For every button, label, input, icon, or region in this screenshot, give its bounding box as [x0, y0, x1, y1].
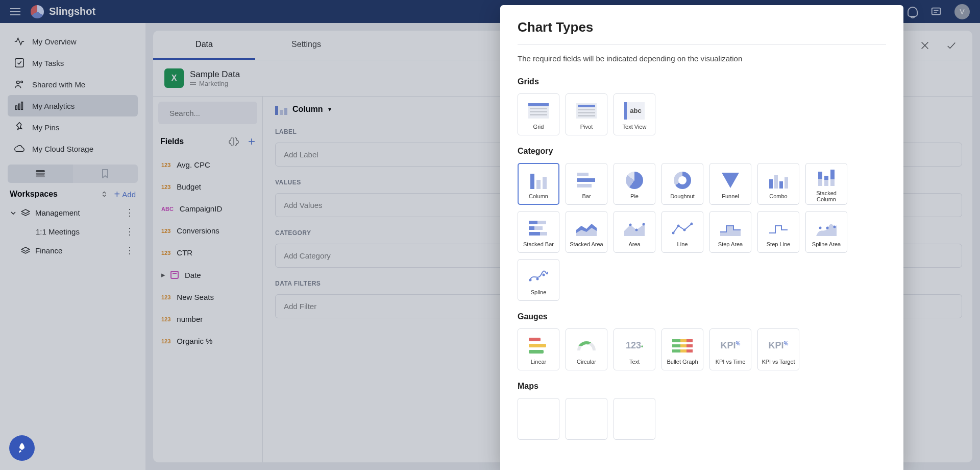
group-maps: Maps [518, 382, 882, 391]
chart-stacked-column[interactable]: Stacked Column [805, 163, 847, 205]
svg-point-15 [643, 223, 645, 225]
chart-stacked-bar[interactable]: Stacked Bar [518, 211, 559, 253]
rocket-icon [16, 442, 28, 454]
modal-title: Chart Types [518, 19, 886, 35]
chart-map-2[interactable] [566, 398, 607, 440]
chart-linear[interactable]: Linear [518, 328, 559, 370]
chart-step-line[interactable]: Step Line [757, 211, 799, 253]
chart-text-view[interactable]: abc Text View [614, 93, 655, 135]
chart-bullet[interactable]: Bullet Graph [662, 328, 703, 370]
chart-circular[interactable]: Circular [566, 328, 607, 370]
chart-combo[interactable]: Combo [757, 163, 799, 205]
chart-map-1[interactable] [518, 398, 559, 440]
chart-kpi-target[interactable]: KPI% KPI vs Target [757, 328, 799, 370]
svg-point-20 [819, 226, 822, 229]
svg-point-14 [635, 228, 638, 231]
chart-stacked-area[interactable]: Stacked Area [566, 211, 607, 253]
group-gauges: Gauges [518, 312, 882, 321]
group-category: Category [518, 147, 882, 156]
chart-funnel[interactable]: Funnel [709, 163, 751, 205]
chart-bar[interactable]: Bar [566, 163, 607, 205]
svg-point-17 [677, 224, 680, 227]
svg-point-22 [834, 225, 836, 228]
svg-point-25 [543, 273, 545, 276]
svg-point-13 [629, 223, 632, 226]
chart-map-3[interactable] [614, 398, 655, 440]
chart-spline[interactable]: Spline [518, 259, 559, 301]
launcher-button[interactable] [9, 435, 35, 461]
chart-area[interactable]: Area [614, 211, 655, 253]
chart-pivot[interactable]: Pivot [566, 93, 607, 135]
svg-point-21 [826, 226, 829, 229]
svg-point-18 [683, 228, 686, 231]
chart-step-area[interactable]: Step Area [709, 211, 751, 253]
chart-spline-area[interactable]: Spline Area [805, 211, 847, 253]
chart-column[interactable]: Column [518, 163, 559, 205]
chart-line[interactable]: Line [662, 211, 703, 253]
svg-point-24 [536, 277, 539, 280]
svg-point-23 [529, 278, 532, 281]
chart-pie[interactable]: Pie [614, 163, 655, 205]
group-grids: Grids [518, 77, 882, 86]
modal-subtitle: The required fields will be indicated de… [518, 54, 886, 63]
chart-text[interactable]: 123• Text [614, 328, 655, 370]
chart-doughnut[interactable]: Doughnut [662, 163, 703, 205]
chart-grid[interactable]: Grid [518, 93, 559, 135]
chart-kpi-time[interactable]: KPI% KPI vs Time [709, 328, 751, 370]
chart-types-modal: Chart Types The required fields will be … [500, 5, 903, 470]
